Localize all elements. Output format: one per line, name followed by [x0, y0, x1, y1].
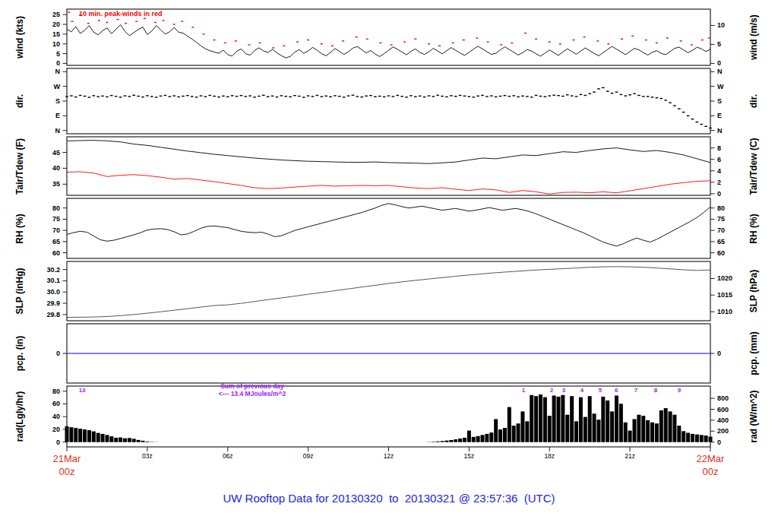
- point-wind-direction-deg: [535, 95, 538, 96]
- point-wind-peak-kts: [607, 43, 609, 44]
- point-wind-direction-deg: [490, 95, 493, 96]
- bar-solar-rad-wm2: [677, 426, 681, 442]
- point-wind-direction-deg: [517, 97, 520, 97]
- point-wind-direction-deg: [110, 95, 113, 96]
- point-wind-direction-deg: [495, 97, 498, 97]
- point-wind-direction-deg: [298, 96, 301, 97]
- point-wind-peak-kts: [463, 40, 465, 40]
- point-wind-direction-deg: [700, 124, 703, 125]
- point-wind-peak-kts: [181, 21, 183, 21]
- y-tick-label-left: W: [54, 83, 61, 90]
- point-wind-peak-kts: [283, 46, 285, 46]
- point-wind-direction-deg: [387, 95, 391, 96]
- bar-solar-rad-wm2: [669, 411, 672, 442]
- rad-mj-marker: 4: [580, 387, 584, 394]
- point-wind-peak-kts: [248, 44, 250, 45]
- bar-solar-rad-wm2: [141, 441, 144, 442]
- y-tick-label-right: 60: [717, 249, 725, 257]
- y-tick-label-left: 0: [56, 439, 60, 446]
- point-wind-direction-deg: [284, 96, 287, 97]
- y-tick-label-left: 0: [56, 350, 60, 357]
- point-wind-peak-kts: [259, 43, 261, 43]
- bar-solar-rad-wm2: [128, 438, 131, 442]
- panel-border-slp: [67, 261, 710, 321]
- y-tick-label-right: 8: [717, 144, 721, 152]
- bar-solar-rad-wm2: [87, 430, 91, 442]
- point-wind-peak-kts: [144, 18, 146, 19]
- point-wind-direction-deg: [115, 96, 118, 97]
- x-axis-start-date: 21Mar: [53, 453, 81, 464]
- point-wind-direction-deg: [253, 97, 256, 97]
- point-wind-direction-deg: [575, 96, 578, 97]
- point-wind-direction-deg: [633, 93, 636, 94]
- point-wind-direction-deg: [374, 96, 377, 97]
- point-wind-direction-deg: [119, 97, 122, 97]
- x-tick-label: 03z: [142, 452, 153, 460]
- point-wind-direction-deg: [96, 96, 100, 97]
- point-wind-peak-kts: [71, 21, 74, 21]
- bar-solar-rad-wm2: [570, 396, 574, 442]
- point-wind-peak-kts: [584, 36, 586, 37]
- point-wind-peak-kts: [224, 43, 226, 43]
- x-tick-label: 09z: [303, 452, 314, 460]
- y-tick-label-left: 30.0: [46, 288, 60, 296]
- bar-solar-rad-wm2: [494, 419, 498, 442]
- right-axis-title-rad: rad (W/m^2): [748, 390, 759, 442]
- bar-solar-rad-wm2: [123, 439, 127, 442]
- point-wind-peak-kts: [342, 40, 344, 41]
- point-wind-direction-deg: [150, 96, 153, 97]
- bar-solar-rad-wm2: [463, 438, 466, 442]
- y-tick-label-right: 70: [717, 226, 725, 234]
- point-wind-peak-kts: [487, 41, 489, 42]
- point-wind-direction-deg: [530, 97, 533, 97]
- bar-solar-rad-wm2: [655, 423, 659, 442]
- bar-solar-rad-wm2: [552, 395, 556, 442]
- point-wind-direction-deg: [526, 96, 529, 97]
- point-wind-direction-deg: [352, 95, 355, 96]
- point-wind-direction-deg: [445, 97, 448, 97]
- point-wind-direction-deg: [588, 93, 591, 94]
- bar-solar-rad-wm2: [641, 416, 645, 442]
- point-wind-direction-deg: [186, 95, 189, 96]
- y-tick-label-left: 35: [52, 180, 60, 188]
- point-wind-peak-kts: [68, 11, 70, 12]
- bar-solar-rad-wm2: [458, 439, 462, 442]
- point-wind-direction-deg: [88, 97, 91, 97]
- bar-solar-rad-wm2: [646, 420, 650, 442]
- point-wind-direction-deg: [182, 96, 185, 97]
- bar-solar-rad-wm2: [539, 394, 542, 442]
- bar-solar-rad-wm2: [444, 441, 448, 442]
- point-wind-direction-deg: [691, 119, 694, 119]
- point-wind-direction-deg: [628, 94, 631, 95]
- rad-mj-marker: 7: [634, 387, 638, 394]
- bar-solar-rad-wm2: [454, 439, 457, 442]
- rad-mj-marker: 2: [550, 387, 554, 394]
- point-wind-direction-deg: [476, 96, 479, 97]
- rad-mj-marker: 6: [615, 387, 618, 394]
- point-wind-peak-kts: [680, 40, 682, 41]
- point-wind-peak-kts: [403, 41, 406, 42]
- y-tick-label-left: 65: [52, 238, 60, 245]
- point-wind-peak-kts: [511, 43, 513, 43]
- bar-solar-rad-wm2: [481, 435, 485, 442]
- y-tick-label-left: 75: [52, 215, 60, 223]
- point-wind-peak-kts: [524, 33, 527, 33]
- point-wind-peak-kts: [163, 20, 165, 21]
- point-wind-direction-deg: [459, 95, 462, 96]
- point-wind-direction-deg: [155, 97, 158, 97]
- y-tick-label-right: 800: [717, 394, 729, 402]
- point-wind-direction-deg: [302, 97, 305, 97]
- point-wind-direction-deg: [177, 97, 180, 97]
- point-wind-direction-deg: [602, 87, 605, 88]
- point-wind-direction-deg: [168, 96, 171, 97]
- page-title: UW Rooftop Data for 20130320 to 20130321…: [223, 492, 555, 505]
- bar-solar-rad-wm2: [682, 431, 685, 442]
- bar-solar-rad-wm2: [686, 432, 690, 442]
- point-wind-direction-deg: [312, 96, 315, 97]
- bar-solar-rad-wm2: [534, 396, 538, 442]
- bar-solar-rad-wm2: [584, 417, 587, 442]
- bar-solar-rad-wm2: [525, 421, 529, 442]
- y-tick-label-right: 5: [717, 40, 721, 48]
- point-wind-direction-deg: [324, 96, 327, 97]
- point-wind-direction-deg: [141, 97, 144, 97]
